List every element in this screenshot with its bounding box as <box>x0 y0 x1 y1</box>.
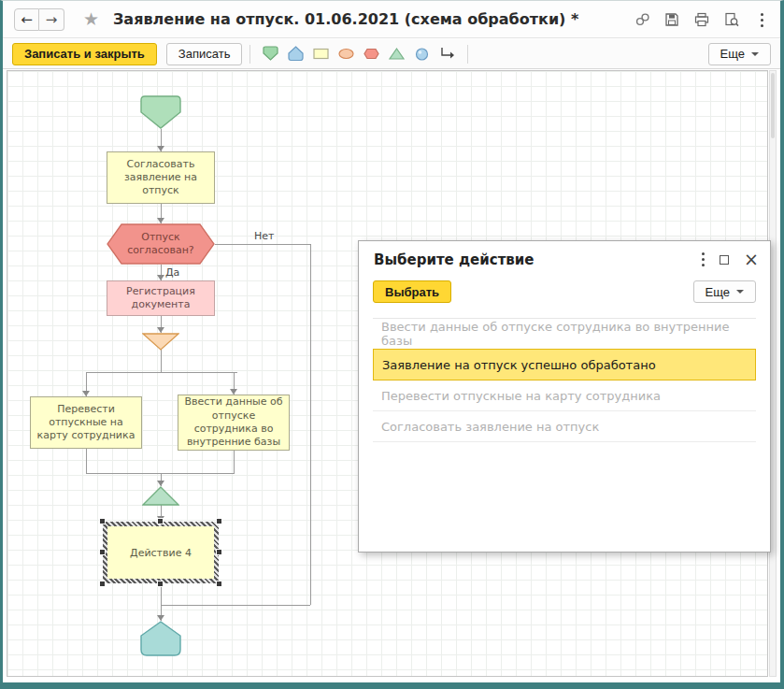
action-node-enter-data[interactable]: Ввести данные об отпуске сотрудника во в… <box>178 395 290 451</box>
toolbar-separator <box>249 45 250 64</box>
connector-line-icon[interactable] <box>435 43 460 65</box>
action-node-action4-selected[interactable]: Действие 4 <box>103 522 219 583</box>
node-label: Регистрация документа <box>110 285 211 312</box>
dialog-more-button[interactable]: Еще <box>693 280 756 303</box>
condition-node[interactable]: Отпуск согласован? <box>107 223 215 265</box>
print-icon[interactable] <box>691 8 713 31</box>
more-button[interactable]: Еще <box>708 43 771 65</box>
merge-shape-icon[interactable] <box>384 43 409 65</box>
selection-handle[interactable] <box>216 518 222 524</box>
more-label: Еще <box>706 285 730 299</box>
selection-handle[interactable] <box>99 549 106 555</box>
toolbar-separator <box>467 45 468 64</box>
selection-handle[interactable] <box>157 581 164 587</box>
forward-button[interactable]: → <box>39 8 64 31</box>
list-item[interactable]: Согласовать заявление на отпуск <box>373 411 756 442</box>
maximize-icon[interactable] <box>720 255 729 265</box>
preview-icon[interactable] <box>720 8 743 31</box>
dialog-title: Выберите действие <box>374 251 535 268</box>
dialog-window-controls: × <box>702 251 759 268</box>
action-node-register[interactable]: Регистрация документа <box>107 280 215 316</box>
node-label: Действие 4 <box>107 526 214 579</box>
selection-handle[interactable] <box>99 518 106 524</box>
favorite-star-icon[interactable]: ★︎ <box>83 8 99 29</box>
branch-label-no: Нет <box>254 230 274 242</box>
connector-line-no-branch <box>310 244 311 605</box>
titlebar-more-icon[interactable] <box>750 8 773 31</box>
more-label: Еще <box>720 47 745 61</box>
node-label: Ввести данные об отпуске сотрудника во в… <box>181 395 286 449</box>
connector-line-no-branch <box>215 244 310 245</box>
save-icon[interactable] <box>661 8 683 31</box>
start-node[interactable] <box>140 95 181 129</box>
merge-node[interactable] <box>142 486 179 506</box>
selection-handle[interactable] <box>99 581 106 587</box>
list-item[interactable]: Ввести данные об отпуске сотрудника во в… <box>373 319 756 350</box>
ellipse-shape-icon[interactable] <box>334 43 359 65</box>
connector-line <box>161 350 162 372</box>
connector-line <box>86 372 237 373</box>
node-label: Отпуск согласован? <box>107 223 215 265</box>
action-list: Ввести данные об отпуске сотрудника во в… <box>373 318 756 442</box>
list-item-selected[interactable]: Заявление на отпуск успешно обработано <box>373 349 756 380</box>
back-button[interactable]: ← <box>14 8 39 31</box>
close-icon[interactable]: × <box>744 251 759 268</box>
list-item[interactable]: Перевести отпускные на карту сотрудника <box>373 380 756 411</box>
node-label: Согласовать заявление на отпуск <box>110 158 211 198</box>
dialog-header: Выберите действие × <box>359 241 770 279</box>
arrow-right-icon: → <box>46 11 58 28</box>
connector-line <box>86 449 87 473</box>
decoration-shape-icon[interactable] <box>409 43 435 65</box>
save-button[interactable]: Записать <box>166 43 243 65</box>
start-shape-icon[interactable] <box>258 43 283 65</box>
branch-label-yes: Да <box>165 266 179 279</box>
end-node[interactable] <box>140 621 181 656</box>
split-node[interactable] <box>142 333 179 351</box>
app-window: ← → ★︎ Заявление на отпуск. 01.06.2021 (… <box>0 0 784 689</box>
chevron-down-icon <box>736 290 744 294</box>
titlebar: ← → ★︎ Заявление на отпуск. 01.06.2021 (… <box>3 1 780 38</box>
node-label: Перевести отпускные на карту сотрудника <box>34 403 138 443</box>
action-node-transfer[interactable]: Перевести отпускные на карту сотрудника <box>30 396 142 449</box>
condition-shape-icon[interactable] <box>359 43 384 65</box>
selection-handle[interactable] <box>216 581 222 587</box>
command-bar: Записать и закрыть Записать Е <box>3 39 780 69</box>
connector-line-no-branch <box>161 605 310 606</box>
connector-line <box>234 451 235 473</box>
select-button[interactable]: Выбрать <box>373 280 451 303</box>
save-and-close-button[interactable]: Записать и закрыть <box>12 43 157 65</box>
end-shape-icon[interactable] <box>283 43 308 65</box>
dialog-command-bar: Выбрать Еще <box>359 279 770 310</box>
titlebar-icons <box>631 8 773 31</box>
chevron-down-icon <box>751 52 759 56</box>
selection-handle[interactable] <box>216 549 222 555</box>
action-shape-icon[interactable] <box>308 43 334 65</box>
page-title: Заявление на отпуск. 01.06.2021 (схема о… <box>113 10 578 28</box>
dialog-more-icon[interactable] <box>702 252 705 266</box>
selection-handle[interactable] <box>157 518 164 524</box>
scrollbar-thumb[interactable] <box>771 73 775 138</box>
choose-action-dialog: Выберите действие × Выбрать Еще Ввести д… <box>358 240 771 553</box>
action-node-approve[interactable]: Согласовать заявление на отпуск <box>107 151 215 204</box>
nav-buttons: ← → <box>14 8 64 31</box>
vertical-dots-icon <box>761 13 763 27</box>
arrow-left-icon: ← <box>21 11 33 28</box>
link-icon[interactable] <box>631 8 653 31</box>
